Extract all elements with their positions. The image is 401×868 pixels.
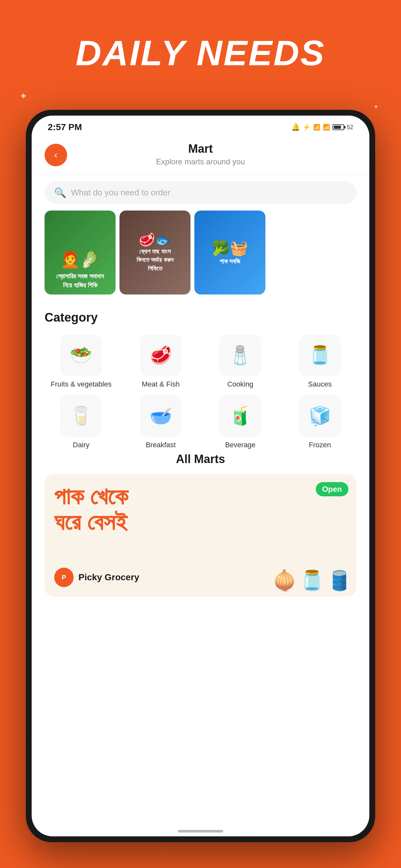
sparkle-decoration: ✦: [19, 90, 27, 102]
banner-text-3: শাক সবজি: [212, 257, 248, 266]
sparkle-decoration-3: ·: [13, 168, 14, 174]
app-title: DAILY NEEDS: [0, 32, 401, 73]
banner-text-2: ফ্রেশ মাছ মাংসকিনতে অর্ডার করুনপিকিতে: [136, 247, 174, 273]
category-icon-fruits: 🥗: [60, 334, 102, 376]
banner-text-1: গ্রোসারির সহজ সমাধাননিয়ে হাজির পিকি: [56, 272, 104, 290]
status-time: 2:57 PM: [48, 122, 82, 132]
mart-products: 🧅 🫙 🛢️: [268, 564, 357, 597]
category-item-meat[interactable]: 🥩 Meat & Fish: [124, 334, 197, 389]
sparkle-decoration-2: ✦: [374, 103, 378, 111]
wifi-icon: 📶: [323, 124, 330, 131]
mart-logo: P: [54, 568, 73, 587]
search-icon: 🔍: [54, 187, 66, 198]
category-label-cooking: Cooking: [227, 380, 253, 389]
category-icon-meat: 🥩: [140, 334, 182, 376]
banner-emoji-1: 🧑‍🦰🥬: [60, 250, 100, 269]
category-icon-cooking: 🧂: [219, 334, 261, 376]
app-header: ‹ Mart Explore marts around you: [32, 135, 369, 175]
battery-icon: [333, 124, 344, 130]
mart-bangla-text: পাক খেকে ঘরে বেসই: [54, 484, 347, 535]
bluetooth-icon: ⚡: [303, 123, 311, 131]
banner-emoji-2: 🥩🐟: [136, 232, 174, 247]
battery-percent: 52: [347, 124, 353, 131]
category-icon-breakfast: 🥣: [140, 395, 182, 437]
category-icon-sauces: 🫙: [299, 334, 341, 376]
category-label-beverage: Beverage: [225, 441, 255, 449]
search-container: 🔍 What do you need to order: [32, 175, 369, 211]
back-icon: ‹: [54, 150, 57, 160]
banner-card-2[interactable]: 🥩🐟 ফ্রেশ মাছ মাংসকিনতে অর্ডার করুনপিকিতে: [120, 211, 190, 294]
white-card: Category 🥗 Fruits & vegetables 🥩 Meat & …: [32, 298, 369, 607]
category-item-frozen[interactable]: 🧊 Frozen: [283, 395, 357, 449]
banner-card-1[interactable]: 🧑‍🦰🥬 গ্রোসারির সহজ সমাধাননিয়ে হাজির পিক…: [44, 211, 116, 294]
home-indicator: [178, 830, 223, 833]
phone-screen: 2:57 PM 🔔 ⚡ 📶 📶 52 ‹ Mart Explore marts …: [32, 116, 369, 836]
category-item-breakfast[interactable]: 🥣 Breakfast: [124, 395, 197, 449]
category-item-sauces[interactable]: 🫙 Sauces: [283, 334, 357, 389]
search-placeholder: What do you need to order: [71, 188, 171, 197]
category-item-beverage[interactable]: 🧃 Beverage: [204, 395, 277, 449]
mart-name: Picky Grocery: [79, 572, 139, 583]
category-item-dairy[interactable]: 🥛 Dairy: [44, 395, 118, 449]
category-icon-frozen: 🧊: [299, 395, 341, 437]
all-marts-title: All Marts: [44, 453, 357, 466]
back-button[interactable]: ‹: [44, 144, 67, 166]
category-item-fruits[interactable]: 🥗 Fruits & vegetables: [44, 334, 118, 389]
search-bar[interactable]: 🔍 What do you need to order: [44, 181, 357, 204]
category-label-dairy: Dairy: [73, 441, 89, 449]
banner-card-3[interactable]: 🥦🧺 শাক সবজি: [194, 211, 266, 294]
category-label-sauces: Sauces: [308, 380, 332, 389]
banner-emoji-3: 🥦🧺: [212, 240, 248, 257]
status-bar: 2:57 PM 🔔 ⚡ 📶 📶 52: [32, 116, 369, 135]
banner-slider: 🧑‍🦰🥬 গ্রোসারির সহজ সমাধাননিয়ে হাজির পিক…: [32, 211, 369, 294]
category-label-frozen: Frozen: [309, 441, 331, 449]
category-item-cooking[interactable]: 🧂 Cooking: [204, 334, 277, 389]
category-label-fruits: Fruits & vegetables: [51, 380, 112, 389]
category-label-meat: Meat & Fish: [142, 380, 180, 389]
signal-icon: 📶: [313, 124, 320, 131]
category-grid: 🥗 Fruits & vegetables 🥩 Meat & Fish 🧂 Co…: [44, 334, 357, 449]
category-icon-dairy: 🥛: [60, 395, 102, 437]
open-badge: Open: [316, 482, 348, 496]
category-label-breakfast: Breakfast: [146, 441, 176, 449]
phone-frame: 2:57 PM 🔔 ⚡ 📶 📶 52 ‹ Mart Explore marts …: [26, 110, 375, 842]
notification-icon: 🔔: [291, 123, 300, 131]
status-icons: 🔔 ⚡ 📶 📶 52: [291, 123, 353, 131]
category-section-title: Category: [44, 311, 357, 324]
mart-card[interactable]: পাক খেকে ঘরে বেসই Open 🧅 🫙 🛢️ P Picky Gr…: [44, 474, 357, 597]
header-title: Mart: [188, 142, 213, 156]
category-icon-beverage: 🧃: [219, 395, 261, 437]
header-subtitle: Explore marts around you: [156, 157, 245, 166]
